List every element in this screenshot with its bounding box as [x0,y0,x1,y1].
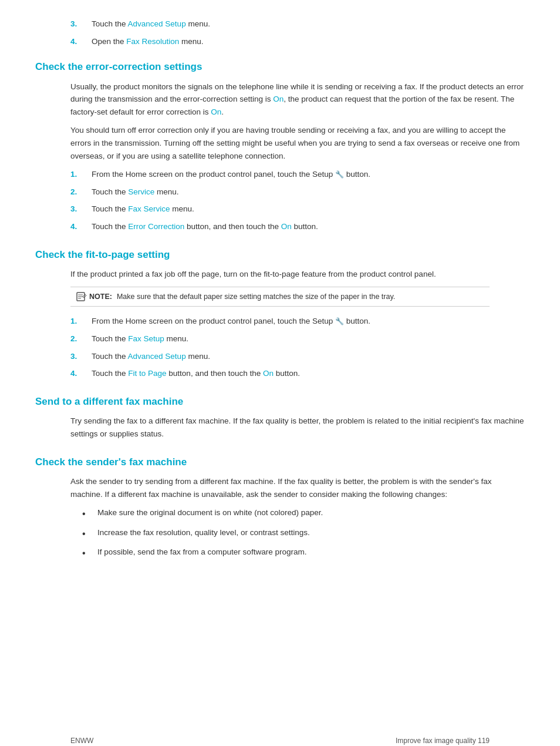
section-sender-fax: Check the sender's fax machine Ask the s… [35,455,525,561]
ftp-step-1: 1. From the Home screen on the product c… [70,315,525,328]
intro-item-3: 3. Touch the Advanced Setup menu. [70,18,525,31]
heading-sender-fax: Check the sender's fax machine [35,455,525,470]
intro-list: 3. Touch the Advanced Setup menu. 4. Ope… [70,18,525,48]
error-correction-steps: 1. From the Home screen on the product c… [70,168,525,233]
ec-text-2: Touch the Service menu. [92,186,525,199]
fax-service-link[interactable]: Fax Service [128,204,170,213]
ftp-step-4: 4. Touch the Fit to Page button, and the… [70,367,525,380]
fit-to-page-link[interactable]: Fit to Page [128,369,166,378]
ec-text-3: Touch the Fax Service menu. [92,203,525,216]
ec-text-4: Touch the Error Correction button, and t… [92,220,525,233]
footer-right: Improve fax image quality 119 [396,735,490,746]
para-error-correction-2: You should turn off error correction onl… [70,124,525,162]
ftp-text-1: From the Home screen on the product cont… [92,315,525,328]
bullet-item-1: Make sure the original document is on wh… [82,506,525,522]
ec-num-1: 1. [70,168,87,181]
section-different-fax: Send to a different fax machine Try send… [35,394,525,441]
note-icon: NOTE: [76,291,112,303]
section-fit-to-page: Check the fit-to-page setting If the pro… [35,247,525,380]
bullet-text-2: Increase the fax resolution, quality lev… [97,526,310,542]
service-link[interactable]: Service [128,187,154,196]
ec-step-1: 1. From the Home screen on the product c… [70,168,525,181]
heading-error-correction: Check the error-correction settings [35,59,525,75]
ec-num-3: 3. [70,203,87,216]
on-text-3: On [281,222,292,231]
ftp-text-2: Touch the Fax Setup menu. [92,332,525,345]
ftp-text-3: Touch the Advanced Setup menu. [92,350,525,363]
heading-different-fax: Send to a different fax machine [35,394,525,409]
ftp-num-2: 2. [70,332,87,345]
ec-step-4: 4. Touch the Error Correction button, an… [70,220,525,233]
page-footer: ENWW Improve fax image quality 119 [70,735,490,746]
ftp-step-3: 3. Touch the Advanced Setup menu. [70,350,525,363]
fit-to-page-steps: 1. From the Home screen on the product c… [70,315,525,379]
ftp-num-1: 1. [70,315,87,328]
on-text-1: On [273,95,284,103]
setup-icon-1: 🔧 [335,169,344,180]
ec-step-2: 2. Touch the Service menu. [70,186,525,199]
note-svg-icon [76,292,87,301]
sender-fax-bullets: Make sure the original document is on wh… [82,506,525,561]
note-box-fit-to-page: NOTE: Make sure that the default paper s… [70,287,490,307]
footer-left: ENWW [70,735,93,746]
note-label: NOTE: [89,291,112,303]
fax-resolution-link[interactable]: Fax Resolution [126,37,179,46]
bullet-item-2: Increase the fax resolution, quality lev… [82,526,525,542]
ec-text-1: From the Home screen on the product cont… [92,168,525,181]
bullet-text-1: Make sure the original document is on wh… [97,506,323,522]
advanced-setup-link-ftp[interactable]: Advanced Setup [128,352,186,361]
bullet-text-3: If possible, send the fax from a compute… [97,546,306,561]
error-correction-link[interactable]: Error Correction [128,222,184,231]
para-different-fax: Try sending the fax to a different fax m… [70,415,525,440]
intro-text-4: Open the Fax Resolution menu. [92,35,525,48]
intro-num-4: 4. [70,35,87,48]
fax-setup-link[interactable]: Fax Setup [128,334,164,343]
ftp-num-4: 4. [70,367,87,380]
intro-item-4: 4. Open the Fax Resolution menu. [70,35,525,48]
bullet-item-3: If possible, send the fax from a compute… [82,546,525,561]
para-fit-to-page: If the product printed a fax job off the… [70,268,525,281]
ec-num-4: 4. [70,220,87,233]
ec-num-2: 2. [70,186,87,199]
intro-num-3: 3. [70,18,87,31]
ftp-step-2: 2. Touch the Fax Setup menu. [70,332,525,345]
para-sender-fax: Ask the sender to try sending from a dif… [70,475,525,500]
para-error-correction-1: Usually, the product monitors the signal… [70,80,525,119]
intro-text-3: Touch the Advanced Setup menu. [92,18,525,31]
setup-icon-2: 🔧 [335,316,344,327]
section-error-correction: Check the error-correction settings Usua… [35,59,525,233]
ftp-num-3: 3. [70,350,87,363]
on-text-2: On [211,107,221,116]
ec-step-3: 3. Touch the Fax Service menu. [70,203,525,216]
on-text-4: On [263,369,274,378]
note-text: Make sure that the default paper size se… [117,291,395,303]
ftp-text-4: Touch the Fit to Page button, and then t… [92,367,525,380]
heading-fit-to-page: Check the fit-to-page setting [35,247,525,263]
advanced-setup-link-intro[interactable]: Advanced Setup [128,19,186,28]
